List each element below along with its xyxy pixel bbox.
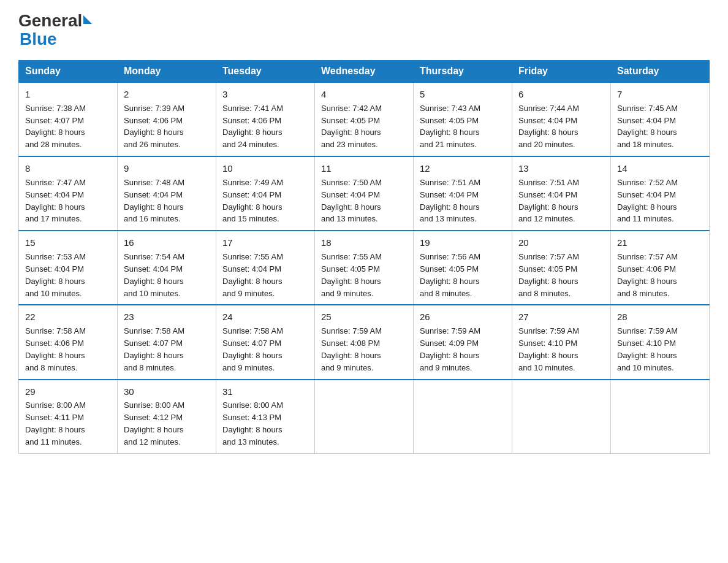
calendar-cell: 9Sunrise: 7:48 AMSunset: 4:04 PMDaylight…: [118, 156, 216, 231]
day-info: Sunrise: 8:00 AMSunset: 4:11 PMDaylight:…: [25, 400, 86, 446]
day-number: 8: [25, 162, 111, 175]
logo: General Blue: [18, 12, 93, 49]
col-header-wednesday: Wednesday: [315, 61, 414, 83]
day-number: 24: [222, 310, 308, 324]
day-number: 15: [25, 236, 111, 250]
day-info: Sunrise: 7:39 AMSunset: 4:06 PMDaylight:…: [124, 104, 184, 150]
day-info: Sunrise: 7:53 AMSunset: 4:04 PMDaylight:…: [25, 252, 86, 298]
day-info: Sunrise: 7:45 AMSunset: 4:04 PMDaylight:…: [617, 104, 678, 150]
calendar-table: SundayMondayTuesdayWednesdayThursdayFrid…: [18, 60, 710, 454]
calendar-cell: 16Sunrise: 7:54 AMSunset: 4:04 PMDayligh…: [118, 231, 216, 305]
day-number: 19: [420, 236, 506, 250]
day-number: 28: [617, 310, 703, 324]
logo-general-text: General: [18, 12, 82, 29]
calendar-cell: 8Sunrise: 7:47 AMSunset: 4:04 PMDaylight…: [19, 156, 118, 231]
day-info: Sunrise: 7:52 AMSunset: 4:04 PMDaylight:…: [617, 178, 678, 224]
calendar-cell: 5Sunrise: 7:43 AMSunset: 4:05 PMDaylight…: [414, 82, 512, 156]
calendar-cell: 6Sunrise: 7:44 AMSunset: 4:04 PMDaylight…: [512, 82, 611, 156]
day-number: 3: [222, 88, 308, 101]
calendar-cell: 3Sunrise: 7:41 AMSunset: 4:06 PMDaylight…: [216, 82, 315, 156]
day-number: 2: [124, 88, 210, 101]
day-number: 25: [321, 310, 407, 324]
logo-blue-text: Blue: [20, 29, 57, 48]
calendar-cell: 26Sunrise: 7:59 AMSunset: 4:09 PMDayligh…: [414, 305, 512, 379]
day-info: Sunrise: 7:57 AMSunset: 4:05 PMDaylight:…: [518, 252, 579, 298]
calendar-cell: 1Sunrise: 7:38 AMSunset: 4:07 PMDaylight…: [19, 82, 118, 156]
day-info: Sunrise: 7:58 AMSunset: 4:07 PMDaylight:…: [124, 326, 184, 372]
day-number: 23: [124, 310, 210, 324]
day-info: Sunrise: 7:59 AMSunset: 4:10 PMDaylight:…: [617, 326, 678, 372]
col-header-thursday: Thursday: [414, 61, 512, 83]
day-info: Sunrise: 7:41 AMSunset: 4:06 PMDaylight:…: [222, 104, 283, 150]
day-number: 7: [617, 88, 703, 101]
day-number: 5: [420, 88, 506, 101]
day-info: Sunrise: 7:49 AMSunset: 4:04 PMDaylight:…: [222, 178, 283, 224]
day-info: Sunrise: 7:48 AMSunset: 4:04 PMDaylight:…: [124, 178, 184, 224]
day-info: Sunrise: 8:00 AMSunset: 4:13 PMDaylight:…: [222, 400, 283, 446]
calendar-body: 1Sunrise: 7:38 AMSunset: 4:07 PMDaylight…: [19, 82, 710, 453]
calendar-cell: 18Sunrise: 7:55 AMSunset: 4:05 PMDayligh…: [315, 231, 414, 305]
calendar-header: SundayMondayTuesdayWednesdayThursdayFrid…: [19, 61, 710, 83]
calendar-cell: 29Sunrise: 8:00 AMSunset: 4:11 PMDayligh…: [19, 380, 118, 454]
day-info: Sunrise: 7:55 AMSunset: 4:05 PMDaylight:…: [321, 252, 382, 298]
page-header: General Blue: [18, 12, 710, 49]
calendar-cell: 28Sunrise: 7:59 AMSunset: 4:10 PMDayligh…: [611, 305, 710, 379]
day-number: 21: [617, 236, 703, 250]
calendar-cell: 30Sunrise: 8:00 AMSunset: 4:12 PMDayligh…: [118, 380, 216, 454]
day-info: Sunrise: 7:43 AMSunset: 4:05 PMDaylight:…: [420, 104, 480, 150]
calendar-cell: 13Sunrise: 7:51 AMSunset: 4:04 PMDayligh…: [512, 156, 611, 231]
day-number: 27: [518, 310, 604, 324]
calendar-cell: [611, 380, 710, 454]
logo-text: General: [18, 12, 93, 29]
day-number: 10: [222, 162, 308, 175]
day-number: 6: [518, 88, 604, 101]
day-number: 30: [124, 385, 210, 399]
day-number: 9: [124, 162, 210, 175]
day-info: Sunrise: 7:50 AMSunset: 4:04 PMDaylight:…: [321, 178, 382, 224]
calendar-cell: [512, 380, 611, 454]
day-number: 22: [25, 310, 111, 324]
logo-arrow-icon: [83, 15, 92, 24]
calendar-cell: 10Sunrise: 7:49 AMSunset: 4:04 PMDayligh…: [216, 156, 315, 231]
col-header-sunday: Sunday: [19, 61, 118, 83]
calendar-cell: 20Sunrise: 7:57 AMSunset: 4:05 PMDayligh…: [512, 231, 611, 305]
day-number: 13: [518, 162, 604, 175]
day-number: 31: [222, 385, 308, 399]
day-info: Sunrise: 7:55 AMSunset: 4:04 PMDaylight:…: [222, 252, 283, 298]
calendar-cell: 11Sunrise: 7:50 AMSunset: 4:04 PMDayligh…: [315, 156, 414, 231]
day-info: Sunrise: 7:58 AMSunset: 4:06 PMDaylight:…: [25, 326, 86, 372]
day-info: Sunrise: 7:59 AMSunset: 4:08 PMDaylight:…: [321, 326, 382, 372]
calendar-cell: 22Sunrise: 7:58 AMSunset: 4:06 PMDayligh…: [19, 305, 118, 379]
col-header-monday: Monday: [118, 61, 216, 83]
calendar-cell: 7Sunrise: 7:45 AMSunset: 4:04 PMDaylight…: [611, 82, 710, 156]
day-number: 11: [321, 162, 407, 175]
day-info: Sunrise: 7:56 AMSunset: 4:05 PMDaylight:…: [420, 252, 480, 298]
day-info: Sunrise: 7:54 AMSunset: 4:04 PMDaylight:…: [124, 252, 184, 298]
day-info: Sunrise: 7:47 AMSunset: 4:04 PMDaylight:…: [25, 178, 86, 224]
calendar-cell: 24Sunrise: 7:58 AMSunset: 4:07 PMDayligh…: [216, 305, 315, 379]
calendar-cell: 15Sunrise: 7:53 AMSunset: 4:04 PMDayligh…: [19, 231, 118, 305]
calendar-cell: 27Sunrise: 7:59 AMSunset: 4:10 PMDayligh…: [512, 305, 611, 379]
day-info: Sunrise: 7:58 AMSunset: 4:07 PMDaylight:…: [222, 326, 283, 372]
day-info: Sunrise: 8:00 AMSunset: 4:12 PMDaylight:…: [124, 400, 184, 446]
day-number: 4: [321, 88, 407, 101]
calendar-cell: 4Sunrise: 7:42 AMSunset: 4:05 PMDaylight…: [315, 82, 414, 156]
day-info: Sunrise: 7:38 AMSunset: 4:07 PMDaylight:…: [25, 104, 86, 150]
day-number: 1: [25, 88, 111, 101]
col-header-saturday: Saturday: [611, 61, 710, 83]
week-row-4: 22Sunrise: 7:58 AMSunset: 4:06 PMDayligh…: [19, 305, 710, 379]
day-info: Sunrise: 7:59 AMSunset: 4:09 PMDaylight:…: [420, 326, 480, 372]
day-number: 26: [420, 310, 506, 324]
day-number: 29: [25, 385, 111, 399]
day-number: 14: [617, 162, 703, 175]
day-number: 20: [518, 236, 604, 250]
day-number: 16: [124, 236, 210, 250]
calendar-cell: 31Sunrise: 8:00 AMSunset: 4:13 PMDayligh…: [216, 380, 315, 454]
week-row-3: 15Sunrise: 7:53 AMSunset: 4:04 PMDayligh…: [19, 231, 710, 305]
calendar-cell: 19Sunrise: 7:56 AMSunset: 4:05 PMDayligh…: [414, 231, 512, 305]
calendar-cell: 23Sunrise: 7:58 AMSunset: 4:07 PMDayligh…: [118, 305, 216, 379]
calendar-cell: [414, 380, 512, 454]
week-row-2: 8Sunrise: 7:47 AMSunset: 4:04 PMDaylight…: [19, 156, 710, 231]
week-row-5: 29Sunrise: 8:00 AMSunset: 4:11 PMDayligh…: [19, 380, 710, 454]
col-header-tuesday: Tuesday: [216, 61, 315, 83]
